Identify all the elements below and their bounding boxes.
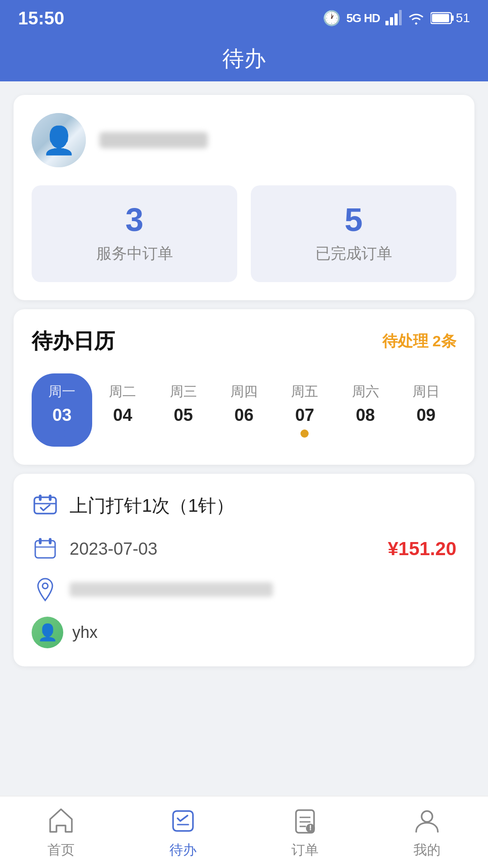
wifi-icon — [407, 11, 425, 25]
day-item-03[interactable]: 周一03 — [32, 373, 92, 447]
user-mini-avatar: 👤 — [32, 617, 63, 648]
mine-nav-label: 我的 — [413, 841, 441, 859]
mine-nav-icon — [412, 806, 442, 836]
order-service-row: 上门打针1次（1针） — [32, 492, 456, 519]
svg-rect-13 — [49, 538, 52, 544]
calendar-title: 待办日历 — [32, 327, 115, 355]
day-name: 周五 — [291, 382, 318, 401]
day-name: 周六 — [352, 382, 379, 401]
calendar-card: 待办日历 待处理 2条 周一03周二04周三05周四06周五07周六08周日09 — [14, 309, 474, 465]
svg-rect-16 — [173, 811, 193, 831]
pending-count: 2 — [432, 332, 441, 349]
network-icon: 5G HD — [346, 11, 380, 25]
day-item-06[interactable]: 周四06 — [214, 373, 274, 447]
bottom-nav: 首页 待办 订单 我的 — [0, 796, 488, 868]
order-date-text: 2023-07-03 — [70, 539, 157, 559]
order-user-row: 👤 yhx — [32, 617, 456, 648]
battery-level: 51 — [456, 11, 470, 25]
day-dot — [300, 429, 309, 438]
day-dot — [179, 429, 188, 438]
orders-nav-label: 订单 — [291, 841, 319, 859]
status-icons: 🕐 5G HD 51 — [323, 9, 470, 27]
day-num: 05 — [174, 406, 193, 425]
svg-rect-11 — [35, 541, 55, 558]
address-blurred — [70, 582, 273, 597]
todo-nav-label: 待办 — [169, 841, 197, 859]
svg-rect-6 — [432, 14, 449, 22]
battery-icon: 51 — [431, 11, 470, 25]
home-nav-label: 首页 — [47, 841, 75, 859]
status-time: 15:50 — [18, 8, 64, 28]
day-num: 07 — [295, 406, 314, 425]
svg-rect-3 — [399, 10, 402, 25]
completed-orders-label: 已完成订单 — [264, 243, 443, 264]
user-info — [32, 113, 456, 167]
app-header: 待办 — [0, 36, 488, 81]
day-num: 03 — [52, 406, 71, 425]
order-date: 2023-07-03 — [32, 535, 157, 562]
user-card: 3 服务中订单 5 已完成订单 — [14, 95, 474, 300]
svg-rect-7 — [34, 497, 56, 514]
user-mini-name: yhx — [72, 623, 98, 642]
svg-point-15 — [42, 583, 48, 589]
svg-rect-5 — [451, 15, 454, 21]
signal-icon — [385, 10, 402, 26]
avatar — [32, 113, 86, 167]
pending-unit: 条 — [441, 332, 456, 349]
order-price: ¥151.20 — [388, 538, 456, 560]
service-orders-card[interactable]: 3 服务中订单 — [32, 185, 237, 282]
day-dot — [58, 429, 66, 438]
svg-point-23 — [310, 829, 311, 830]
day-dot — [240, 429, 248, 438]
service-orders-count: 3 — [45, 203, 224, 236]
location-icon — [32, 576, 59, 603]
day-item-07[interactable]: 周五07 — [274, 373, 335, 447]
day-num: 06 — [235, 406, 253, 425]
svg-rect-12 — [39, 538, 42, 544]
week-row: 周一03周二04周三05周四06周五07周六08周日09 — [32, 373, 456, 447]
alarm-icon: 🕐 — [323, 9, 341, 27]
svg-rect-2 — [394, 14, 398, 25]
status-bar: 15:50 🕐 5G HD 51 — [0, 0, 488, 36]
order-address-row — [32, 576, 456, 603]
service-orders-label: 服务中订单 — [45, 243, 224, 264]
service-icon — [32, 492, 59, 519]
username-blurred — [99, 132, 208, 148]
nav-item-orders[interactable]: 订单 — [244, 806, 366, 859]
svg-rect-0 — [385, 21, 389, 25]
day-name: 周一 — [48, 382, 75, 401]
stats-row: 3 服务中订单 5 已完成订单 — [32, 185, 456, 282]
nav-item-mine[interactable]: 我的 — [366, 806, 488, 859]
home-nav-icon — [46, 806, 76, 836]
day-dot — [118, 429, 127, 438]
day-dot — [361, 429, 370, 438]
order-card: 上门打针1次（1针） 2023-07-03 ¥151.20 👤 — [14, 474, 474, 666]
day-num: 04 — [113, 406, 132, 425]
day-item-05[interactable]: 周三05 — [153, 373, 214, 447]
calendar-icon — [32, 535, 59, 562]
calendar-pending: 待处理 2条 — [382, 331, 456, 352]
svg-point-24 — [422, 811, 432, 822]
completed-orders-card[interactable]: 5 已完成订单 — [251, 185, 456, 282]
day-name: 周日 — [413, 382, 440, 401]
svg-rect-9 — [49, 495, 52, 501]
nav-item-todo[interactable]: 待办 — [122, 806, 244, 859]
svg-rect-1 — [390, 17, 393, 25]
day-name: 周二 — [109, 382, 136, 401]
orders-nav-icon — [290, 806, 320, 836]
day-item-09[interactable]: 周日09 — [396, 373, 456, 447]
calendar-header: 待办日历 待处理 2条 — [32, 327, 456, 355]
order-service-text: 上门打针1次（1针） — [70, 493, 235, 518]
day-name: 周三 — [170, 382, 197, 401]
pending-label: 待处理 — [382, 332, 428, 349]
day-item-04[interactable]: 周二04 — [92, 373, 153, 447]
day-name: 周四 — [230, 382, 258, 401]
completed-orders-count: 5 — [264, 203, 443, 236]
order-date-row: 2023-07-03 ¥151.20 — [32, 535, 456, 562]
day-dot — [422, 429, 430, 438]
svg-rect-8 — [39, 495, 42, 501]
day-item-08[interactable]: 周六08 — [335, 373, 395, 447]
day-num: 09 — [417, 406, 436, 425]
nav-item-home[interactable]: 首页 — [0, 806, 122, 859]
todo-nav-icon — [168, 806, 198, 836]
